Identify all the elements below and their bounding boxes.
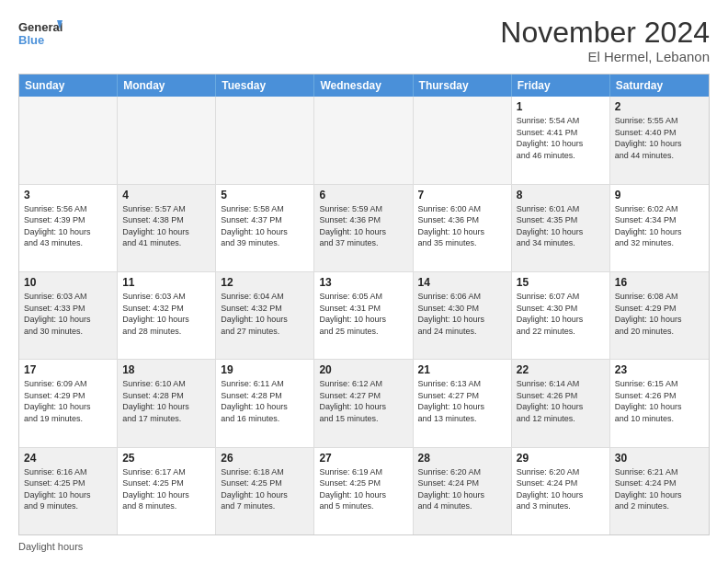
calendar-header: SundayMondayTuesdayWednesdayThursdayFrid… [19,75,709,97]
calendar-day-cell: 25Sunrise: 6:17 AM Sunset: 4:25 PM Dayli… [118,448,216,534]
calendar-day-cell [118,97,216,183]
calendar-day-cell: 17Sunrise: 6:09 AM Sunset: 4:29 PM Dayli… [19,360,118,446]
page-subtitle: El Hermel, Lebanon [500,49,710,64]
day-info: Sunrise: 6:03 AM Sunset: 4:32 PM Dayligh… [122,291,210,337]
day-number: 30 [615,452,704,465]
day-info: Sunrise: 6:03 AM Sunset: 4:33 PM Dayligh… [24,291,112,337]
day-info: Sunrise: 6:18 AM Sunset: 4:25 PM Dayligh… [221,466,309,512]
calendar-day-cell: 10Sunrise: 6:03 AM Sunset: 4:33 PM Dayli… [19,272,118,359]
day-number: 21 [418,363,506,376]
calendar-day-cell: 6Sunrise: 5:59 AM Sunset: 4:36 PM Daylig… [314,185,413,271]
calendar-day-cell: 9Sunrise: 6:02 AM Sunset: 4:34 PM Daylig… [610,185,709,271]
day-info: Sunrise: 5:57 AM Sunset: 4:38 PM Dayligh… [122,203,210,249]
calendar-day-cell [314,97,413,183]
day-number: 13 [319,276,407,289]
day-info: Sunrise: 6:12 AM Sunset: 4:27 PM Dayligh… [319,378,407,424]
day-number: 4 [122,189,210,201]
day-number: 18 [122,363,210,376]
calendar-header-cell: Wednesday [314,75,413,97]
day-number: 23 [615,363,704,376]
day-number: 12 [221,276,309,289]
day-info: Sunrise: 5:56 AM Sunset: 4:39 PM Dayligh… [24,203,112,249]
calendar-header-cell: Sunday [19,75,118,97]
calendar-week: 24Sunrise: 6:16 AM Sunset: 4:25 PM Dayli… [19,448,709,534]
day-info: Sunrise: 6:09 AM Sunset: 4:29 PM Dayligh… [24,378,112,424]
calendar-week: 17Sunrise: 6:09 AM Sunset: 4:29 PM Dayli… [19,360,709,447]
calendar-day-cell: 23Sunrise: 6:15 AM Sunset: 4:26 PM Dayli… [610,360,709,446]
calendar-day-cell: 28Sunrise: 6:20 AM Sunset: 4:24 PM Dayli… [414,448,512,534]
day-info: Sunrise: 6:01 AM Sunset: 4:35 PM Dayligh… [517,203,605,249]
page-header: General Blue November 2024 El Hermel, Le… [18,17,710,64]
day-info: Sunrise: 6:20 AM Sunset: 4:24 PM Dayligh… [418,466,506,512]
calendar-day-cell: 16Sunrise: 6:08 AM Sunset: 4:29 PM Dayli… [610,272,709,359]
day-number: 19 [221,363,309,376]
day-info: Sunrise: 5:58 AM Sunset: 4:37 PM Dayligh… [221,203,309,249]
day-info: Sunrise: 6:00 AM Sunset: 4:36 PM Dayligh… [418,203,506,249]
day-number: 11 [122,276,210,289]
day-number: 28 [418,452,506,465]
calendar-body: 1Sunrise: 5:54 AM Sunset: 4:41 PM Daylig… [19,97,709,534]
calendar-day-cell: 22Sunrise: 6:14 AM Sunset: 4:26 PM Dayli… [512,360,610,446]
calendar-day-cell [414,97,512,183]
calendar-day-cell: 24Sunrise: 6:16 AM Sunset: 4:25 PM Dayli… [19,448,118,534]
day-info: Sunrise: 6:16 AM Sunset: 4:25 PM Dayligh… [24,466,112,512]
calendar-day-cell: 5Sunrise: 5:58 AM Sunset: 4:37 PM Daylig… [216,185,314,271]
calendar-week: 10Sunrise: 6:03 AM Sunset: 4:33 PM Dayli… [19,272,709,360]
calendar-day-cell: 15Sunrise: 6:07 AM Sunset: 4:30 PM Dayli… [512,272,610,359]
day-info: Sunrise: 6:20 AM Sunset: 4:24 PM Dayligh… [517,466,605,512]
calendar-day-cell [216,97,314,183]
day-number: 10 [24,276,112,289]
calendar-week: 1Sunrise: 5:54 AM Sunset: 4:41 PM Daylig… [19,97,709,184]
calendar-day-cell: 19Sunrise: 6:11 AM Sunset: 4:28 PM Dayli… [216,360,314,446]
day-number: 2 [615,100,704,113]
day-info: Sunrise: 6:14 AM Sunset: 4:26 PM Dayligh… [517,378,605,424]
calendar-day-cell: 3Sunrise: 5:56 AM Sunset: 4:39 PM Daylig… [19,185,118,271]
day-number: 16 [615,276,704,289]
day-info: Sunrise: 6:13 AM Sunset: 4:27 PM Dayligh… [418,378,506,424]
calendar-header-cell: Tuesday [216,75,314,97]
day-number: 14 [418,276,506,289]
svg-text:General: General [18,20,63,34]
calendar-day-cell: 11Sunrise: 6:03 AM Sunset: 4:32 PM Dayli… [118,272,216,359]
logo-svg: General Blue [18,17,63,53]
page-title: November 2024 [500,17,710,49]
logo: General Blue [18,17,63,53]
day-info: Sunrise: 5:59 AM Sunset: 4:36 PM Dayligh… [319,203,407,249]
day-info: Sunrise: 5:55 AM Sunset: 4:40 PM Dayligh… [615,115,704,161]
day-number: 26 [221,452,309,465]
calendar-day-cell: 2Sunrise: 5:55 AM Sunset: 4:40 PM Daylig… [610,97,709,183]
day-info: Sunrise: 6:15 AM Sunset: 4:26 PM Dayligh… [615,378,704,424]
day-info: Sunrise: 6:10 AM Sunset: 4:28 PM Dayligh… [122,378,210,424]
day-number: 29 [517,452,605,465]
calendar-day-cell: 8Sunrise: 6:01 AM Sunset: 4:35 PM Daylig… [512,185,610,271]
day-number: 1 [517,100,605,113]
day-number: 6 [319,189,407,201]
day-info: Sunrise: 6:05 AM Sunset: 4:31 PM Dayligh… [319,291,407,337]
day-info: Sunrise: 6:21 AM Sunset: 4:24 PM Dayligh… [615,466,704,512]
calendar-day-cell: 29Sunrise: 6:20 AM Sunset: 4:24 PM Dayli… [512,448,610,534]
day-number: 15 [517,276,605,289]
day-number: 5 [221,189,309,201]
calendar-day-cell: 27Sunrise: 6:19 AM Sunset: 4:25 PM Dayli… [314,448,413,534]
day-info: Sunrise: 6:17 AM Sunset: 4:25 PM Dayligh… [122,466,210,512]
calendar-header-cell: Saturday [610,75,709,97]
day-info: Sunrise: 6:07 AM Sunset: 4:30 PM Dayligh… [517,291,605,337]
calendar-day-cell: 1Sunrise: 5:54 AM Sunset: 4:41 PM Daylig… [512,97,610,183]
day-number: 9 [615,189,704,201]
calendar-day-cell: 7Sunrise: 6:00 AM Sunset: 4:36 PM Daylig… [414,185,512,271]
day-number: 24 [24,452,112,465]
day-number: 20 [319,363,407,376]
calendar-day-cell [19,97,118,183]
footer: Daylight hours [18,541,710,552]
day-number: 3 [24,189,112,201]
calendar-header-cell: Thursday [414,75,512,97]
day-info: Sunrise: 5:54 AM Sunset: 4:41 PM Dayligh… [517,115,605,161]
day-info: Sunrise: 6:02 AM Sunset: 4:34 PM Dayligh… [615,203,704,249]
day-number: 8 [517,189,605,201]
day-info: Sunrise: 6:08 AM Sunset: 4:29 PM Dayligh… [615,291,704,337]
day-number: 27 [319,452,407,465]
calendar-day-cell: 12Sunrise: 6:04 AM Sunset: 4:32 PM Dayli… [216,272,314,359]
calendar-day-cell: 30Sunrise: 6:21 AM Sunset: 4:24 PM Dayli… [610,448,709,534]
calendar-day-cell: 20Sunrise: 6:12 AM Sunset: 4:27 PM Dayli… [314,360,413,446]
day-number: 7 [418,189,506,201]
